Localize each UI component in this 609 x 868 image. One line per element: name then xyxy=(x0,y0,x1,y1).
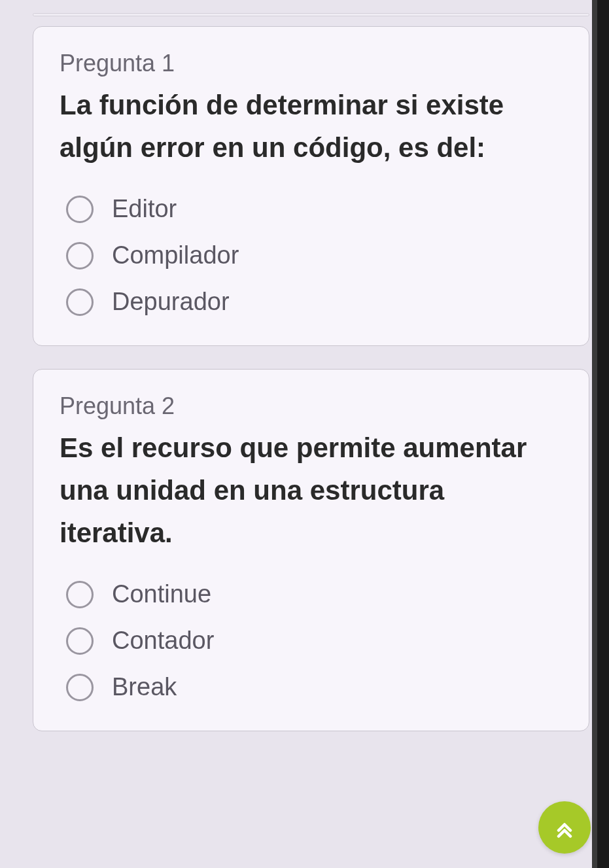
radio-icon xyxy=(66,581,94,608)
option-label: Compilador xyxy=(112,241,239,269)
question-text: La función de determinar si existe algún… xyxy=(60,84,563,169)
radio-icon xyxy=(66,242,94,269)
options-list: Continue Contador Break xyxy=(60,580,563,701)
device-bezel xyxy=(597,0,609,868)
option-label: Depurador xyxy=(112,288,230,316)
option-label: Break xyxy=(112,673,177,701)
device-bezel-inner xyxy=(592,0,597,868)
previous-card-edge xyxy=(33,13,589,16)
question-card-1: Pregunta 1 La función de determinar si e… xyxy=(33,26,589,346)
options-list: Editor Compilador Depurador xyxy=(60,195,563,316)
question-number: Pregunta 2 xyxy=(60,392,563,420)
option-break[interactable]: Break xyxy=(66,673,563,701)
radio-icon xyxy=(66,627,94,655)
double-chevron-up-icon xyxy=(553,816,576,839)
radio-icon xyxy=(66,196,94,223)
option-depurador[interactable]: Depurador xyxy=(66,288,563,316)
option-label: Contador xyxy=(112,627,214,655)
option-continue[interactable]: Continue xyxy=(66,580,563,608)
option-contador[interactable]: Contador xyxy=(66,627,563,655)
question-text: Es el recurso que permite aumentar una u… xyxy=(60,426,563,554)
option-label: Editor xyxy=(112,195,177,223)
question-number: Pregunta 1 xyxy=(60,50,563,77)
option-label: Continue xyxy=(112,580,211,608)
radio-icon xyxy=(66,674,94,701)
option-compilador[interactable]: Compilador xyxy=(66,241,563,269)
scroll-to-top-button[interactable] xyxy=(538,801,591,854)
option-editor[interactable]: Editor xyxy=(66,195,563,223)
radio-icon xyxy=(66,288,94,316)
question-card-2: Pregunta 2 Es el recurso que permite aum… xyxy=(33,369,589,731)
